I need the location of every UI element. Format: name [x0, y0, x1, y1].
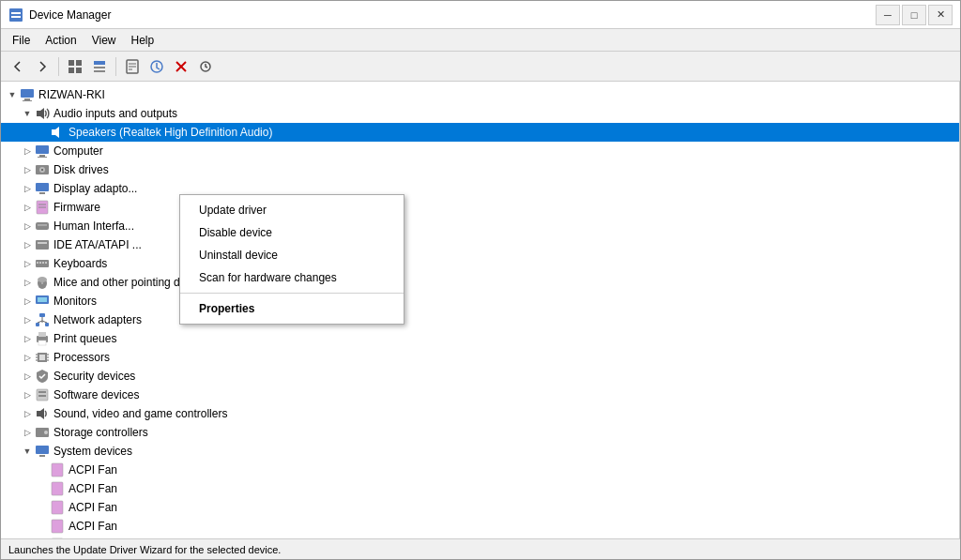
system-icon: [35, 444, 50, 459]
expand-disk[interactable]: ▷: [20, 162, 35, 177]
scan-toolbar-button[interactable]: [194, 55, 217, 78]
expand-computer2[interactable]: ▷: [20, 144, 35, 159]
svg-rect-67: [38, 395, 46, 397]
expand-computer[interactable]: ▼: [5, 87, 20, 102]
network-icon: [35, 312, 50, 327]
tree-item-network[interactable]: ▷ Network adapters: [1, 310, 959, 329]
tree-item-display[interactable]: ▷ Display adapto...: [1, 179, 959, 198]
expand-firmware[interactable]: ▷: [20, 200, 35, 215]
svg-rect-18: [21, 89, 34, 98]
acpi3-icon: [50, 500, 65, 515]
tree-item-mice[interactable]: ▷ Mice and other pointing devices: [1, 273, 959, 292]
view2-button[interactable]: [88, 55, 111, 78]
tree-item-print[interactable]: ▷ Print queues: [1, 329, 959, 348]
svg-marker-22: [52, 127, 59, 138]
expand-processors[interactable]: ▷: [20, 350, 35, 365]
svg-rect-19: [24, 98, 30, 100]
expand-ide[interactable]: ▷: [20, 237, 35, 252]
tree-item-audio[interactable]: ▼ Audio inputs and outputs: [1, 104, 959, 123]
expand-display[interactable]: ▷: [20, 181, 35, 196]
expand-storage[interactable]: ▷: [20, 425, 35, 440]
expand-software[interactable]: ▷: [20, 387, 35, 402]
mice-icon: [35, 275, 50, 290]
tree-item-acpi2[interactable]: ACPI Fan: [1, 479, 959, 498]
maximize-button[interactable]: □: [902, 5, 926, 25]
expand-mice[interactable]: ▷: [20, 275, 35, 290]
tree-item-system[interactable]: ▼ System devices: [1, 442, 959, 461]
tree-item-storage[interactable]: ▷ Storage controllers: [1, 423, 959, 442]
view-button[interactable]: [64, 55, 86, 78]
close-button[interactable]: ✕: [928, 5, 953, 25]
security-icon: [35, 369, 50, 384]
tree-item-sound[interactable]: ▷ Sound, video and game controllers: [1, 404, 959, 423]
tree-item-computer[interactable]: ▼ RIZWAN-RKI: [1, 85, 959, 104]
expand-print[interactable]: ▷: [20, 331, 35, 346]
tree-item-computer2[interactable]: ▷ Computer: [1, 142, 959, 160]
svg-rect-1: [11, 12, 21, 14]
acpi2-icon: [50, 481, 65, 496]
tree-item-monitors[interactable]: ▷ Monitors: [1, 292, 959, 310]
expand-sound[interactable]: ▷: [20, 406, 35, 421]
context-menu-update-driver[interactable]: Update driver: [180, 199, 404, 221]
update-driver-toolbar-button[interactable]: [145, 55, 168, 78]
hid-label: Human Interfa...: [53, 219, 134, 233]
audio-label: Audio inputs and outputs: [53, 107, 177, 120]
tree-item-software[interactable]: ▷ Software devices: [1, 386, 959, 404]
display-label: Display adapto...: [53, 182, 137, 195]
tree-item-hid[interactable]: ▷ Human Interfa...: [1, 217, 959, 235]
context-menu-scan-changes[interactable]: Scan for hardware changes: [180, 266, 404, 289]
forward-button[interactable]: [31, 55, 53, 78]
svg-rect-29: [36, 183, 49, 191]
tree-item-acpi3[interactable]: ACPI Fan: [1, 498, 959, 517]
keyboards-label: Keyboards: [53, 257, 107, 270]
device-tree[interactable]: ▼ RIZWAN-RKI ▼: [1, 82, 960, 538]
context-menu-properties[interactable]: Properties: [180, 297, 404, 320]
svg-point-70: [44, 431, 48, 434]
tree-item-acpi1[interactable]: ACPI Fan: [1, 461, 959, 479]
svg-point-28: [41, 169, 43, 171]
uninstall-toolbar-button[interactable]: [170, 55, 192, 78]
tree-item-ide[interactable]: ▷ IDE ATA/ATAPI ...: [1, 235, 959, 254]
expand-system[interactable]: ▼: [20, 444, 35, 459]
acpi5-icon: [50, 537, 65, 538]
tree-item-speakers[interactable]: ▷ Speakers (Realtek High Definition Audi…: [1, 123, 959, 142]
print-icon: [35, 331, 50, 346]
firmware-label: Firmware: [53, 201, 100, 214]
firmware-icon: [35, 200, 50, 215]
back-button[interactable]: [7, 55, 29, 78]
window-title: Device Manager: [29, 8, 111, 22]
software-label: Software devices: [53, 388, 139, 401]
tree-item-acpi4[interactable]: ACPI Fan: [1, 517, 959, 536]
toolbar-sep-2: [115, 57, 116, 76]
expand-audio[interactable]: ▼: [20, 106, 35, 121]
expand-hid[interactable]: ▷: [20, 219, 35, 234]
svg-rect-37: [38, 242, 47, 244]
svg-rect-72: [39, 455, 45, 457]
context-menu-uninstall-device[interactable]: Uninstall device: [180, 244, 404, 266]
audio-icon: [35, 106, 50, 121]
menu-file[interactable]: File: [5, 30, 38, 51]
expand-network[interactable]: ▷: [20, 312, 35, 327]
computer2-label: Computer: [53, 144, 103, 158]
expand-monitors[interactable]: ▷: [20, 294, 35, 309]
tree-item-disk[interactable]: ▷ Disk drives: [1, 160, 959, 179]
security-label: Security devices: [53, 370, 135, 383]
tree-item-acpi5[interactable]: ACPI Fan: [1, 536, 959, 538]
minimize-button[interactable]: ─: [876, 5, 900, 25]
sound-icon: [35, 406, 50, 421]
svg-rect-3: [69, 60, 74, 66]
expand-security[interactable]: ▷: [20, 369, 35, 384]
tree-item-firmware[interactable]: ▷ Firmware: [1, 198, 959, 217]
tree-item-processors[interactable]: ▷ Processors: [1, 348, 959, 367]
properties-button[interactable]: [121, 55, 144, 78]
expand-keyboards[interactable]: ▷: [20, 256, 35, 271]
monitors-label: Monitors: [53, 295, 97, 308]
software-icon: [35, 387, 50, 402]
tree-item-security[interactable]: ▷ Security devices: [1, 367, 959, 386]
menu-action[interactable]: Action: [38, 30, 84, 51]
system-label: System devices: [53, 445, 132, 458]
context-menu-disable-device[interactable]: Disable device: [180, 221, 404, 244]
tree-item-keyboards[interactable]: ▷ Keyboards: [1, 254, 959, 273]
menu-help[interactable]: Help: [124, 30, 162, 51]
menu-view[interactable]: View: [84, 30, 124, 51]
